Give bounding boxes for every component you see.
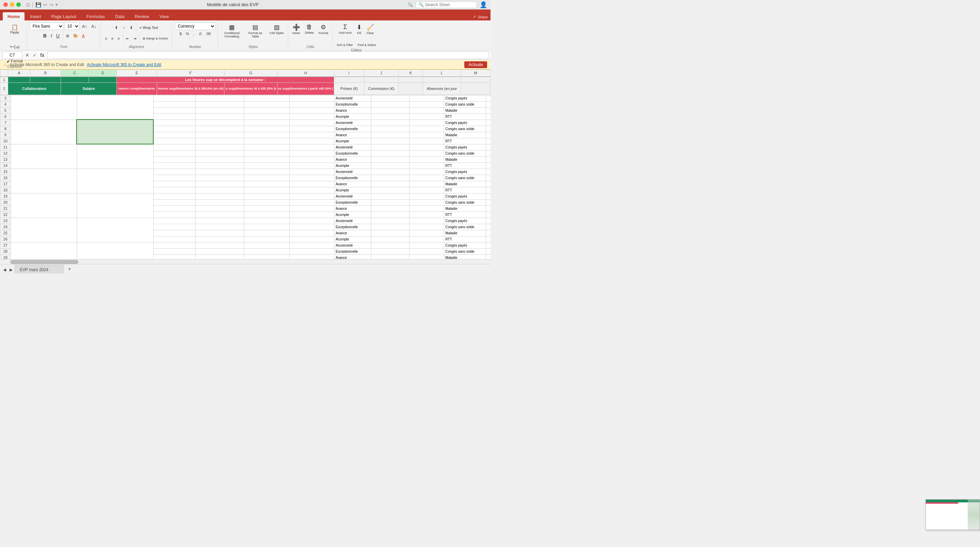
cell-heures-3-row-18[interactable] <box>289 187 334 193</box>
cell-absence-val-8[interactable] <box>486 126 490 132</box>
horizontal-scrollbar[interactable] <box>0 259 490 264</box>
cell-salaire-4[interactable] <box>76 193 153 218</box>
cell-prime-type-16[interactable]: Exceptionnelle <box>334 175 371 181</box>
row-num-12[interactable]: 12 <box>0 150 11 156</box>
cell-prime-type-4[interactable]: Exceptionnelle <box>334 101 371 107</box>
cell-heures-2-row-5[interactable] <box>244 107 289 113</box>
cell-heures-2-row-20[interactable] <box>244 199 289 205</box>
cell-heures-1-row-9[interactable] <box>195 132 244 138</box>
cell-heures-0-row-29[interactable] <box>153 254 195 259</box>
cell-absence-val-10[interactable] <box>486 138 490 144</box>
cell-k-8[interactable] <box>409 126 444 132</box>
row-num-3[interactable]: 3 <box>0 95 11 101</box>
cell-k-28[interactable] <box>409 248 444 254</box>
sort-filter-button[interactable]: Sort & Filter <box>335 42 355 48</box>
find-select-button[interactable]: Find & Select <box>356 42 378 48</box>
cell-commission-26[interactable] <box>371 236 409 242</box>
cell-L1[interactable] <box>423 76 461 83</box>
cell-D1[interactable] <box>89 76 116 83</box>
cell-k-6[interactable] <box>409 113 444 119</box>
cell-heures-3-row-19[interactable] <box>289 193 334 199</box>
cell-k-22[interactable] <box>409 211 444 218</box>
cell-heures-3-row-21[interactable] <box>289 205 334 211</box>
cell-k-16[interactable] <box>409 175 444 181</box>
cell-absence-type-6[interactable]: RTT <box>444 113 486 119</box>
cell-F2[interactable]: Heures supplémentaires 36 à 39h10% (en n… <box>157 83 224 95</box>
cell-prime-type-5[interactable]: Avance <box>334 107 371 113</box>
cell-heures-2-row-12[interactable] <box>244 150 289 156</box>
row-num-8[interactable]: 8 <box>0 126 11 132</box>
search-input[interactable] <box>425 2 469 7</box>
activate-button[interactable]: Activate <box>464 61 487 68</box>
cell-heures-3-row-22[interactable] <box>289 211 334 218</box>
cell-prime-type-12[interactable]: Exceptionnelle <box>334 150 371 156</box>
cell-heures-0-row-7[interactable] <box>153 119 195 126</box>
cell-collaborateur-6[interactable] <box>11 242 76 259</box>
col-header-M[interactable]: M <box>461 70 490 76</box>
cell-heures-3-row-12[interactable] <box>289 150 334 156</box>
cell-absence-type-19[interactable]: Congés payés <box>444 193 486 199</box>
cell-prime-type-17[interactable]: Avance <box>334 181 371 187</box>
cell-heures-1-row-10[interactable] <box>195 138 244 144</box>
cell-heures-1-row-6[interactable] <box>195 113 244 119</box>
align-top-button[interactable]: ⬆ <box>113 24 119 31</box>
cell-heures-1-row-27[interactable] <box>195 242 244 248</box>
cell-k-9[interactable] <box>409 132 444 138</box>
col-header-D[interactable]: D <box>89 70 116 76</box>
font-color-button[interactable]: A <box>80 33 86 39</box>
confirm-formula-icon[interactable]: ✓ <box>32 52 37 59</box>
add-sheet-button[interactable]: + <box>65 265 75 274</box>
row-num-9[interactable]: 9 <box>0 132 11 138</box>
fill-button[interactable]: ⬇ Fill <box>355 22 363 41</box>
autosum-button[interactable]: Σ Auto-sum <box>337 22 353 41</box>
cell-prime-type-15[interactable]: Ancienneté <box>334 169 371 175</box>
cell-commission-21[interactable] <box>371 205 409 211</box>
cell-heures-1-row-28[interactable] <box>195 248 244 254</box>
cell-heures-3-row-17[interactable] <box>289 181 334 187</box>
cell-J2[interactable]: Commission (€) <box>364 83 398 95</box>
cell-absence-type-16[interactable]: Congés sans solde <box>444 175 486 181</box>
row-num-5[interactable]: 5 <box>0 107 11 113</box>
cell-absence-type-27[interactable]: Congés payés <box>444 242 486 248</box>
cell-absence-val-12[interactable] <box>486 150 490 156</box>
insert-cells-button[interactable]: ➕ Insert <box>291 22 302 41</box>
cell-prime-type-23[interactable]: Ancienneté <box>334 218 371 224</box>
cell-commission-3[interactable] <box>371 95 409 101</box>
cell-M1[interactable] <box>461 76 490 83</box>
row-num-19[interactable]: 19 <box>0 193 11 199</box>
cell-heures-2-row-28[interactable] <box>244 248 289 254</box>
cell-k-25[interactable] <box>409 230 444 236</box>
cell-prime-type-9[interactable]: Avance <box>334 132 371 138</box>
cell-heures-3-row-5[interactable] <box>289 107 334 113</box>
cell-commission-17[interactable] <box>371 181 409 187</box>
cell-heures-2-row-6[interactable] <box>244 113 289 119</box>
cell-heures-2-row-9[interactable] <box>244 132 289 138</box>
cell-commission-15[interactable] <box>371 169 409 175</box>
row-num-20[interactable]: 20 <box>0 199 11 205</box>
cell-heures-0-row-23[interactable] <box>153 218 195 224</box>
cell-k-21[interactable] <box>409 205 444 211</box>
row-num-21[interactable]: 21 <box>0 205 11 211</box>
cell-heures-3-row-23[interactable] <box>289 218 334 224</box>
cell-absence-val-15[interactable] <box>486 169 490 175</box>
cancel-formula-icon[interactable]: ✕ <box>24 52 30 59</box>
row-num-25[interactable]: 25 <box>0 230 11 236</box>
cell-prime-type-8[interactable]: Exceptionnelle <box>334 126 371 132</box>
cell-J1[interactable] <box>364 76 398 83</box>
cell-salaire-2[interactable] <box>76 144 153 169</box>
cell-heures-2-row-16[interactable] <box>244 175 289 181</box>
format-as-table-button[interactable]: ▤ Format as Table <box>244 22 266 41</box>
cell-heures-3-row-3[interactable] <box>289 95 334 101</box>
user-icon[interactable]: 👤 <box>480 1 487 8</box>
cell-A2[interactable]: Collaborateur <box>8 83 61 95</box>
cell-commission-24[interactable] <box>371 224 409 230</box>
cell-k-15[interactable] <box>409 169 444 175</box>
cell-prime-type-7[interactable]: Ancienneté <box>334 119 371 126</box>
cell-heures-1-row-17[interactable] <box>195 181 244 187</box>
cell-commission-13[interactable] <box>371 156 409 162</box>
cell-heures-3-row-15[interactable] <box>289 169 334 175</box>
cell-k-14[interactable] <box>409 162 444 169</box>
cell-heures-2-row-17[interactable] <box>244 181 289 187</box>
cell-absence-val-5[interactable] <box>486 107 490 113</box>
scroll-thumb[interactable] <box>10 260 78 264</box>
